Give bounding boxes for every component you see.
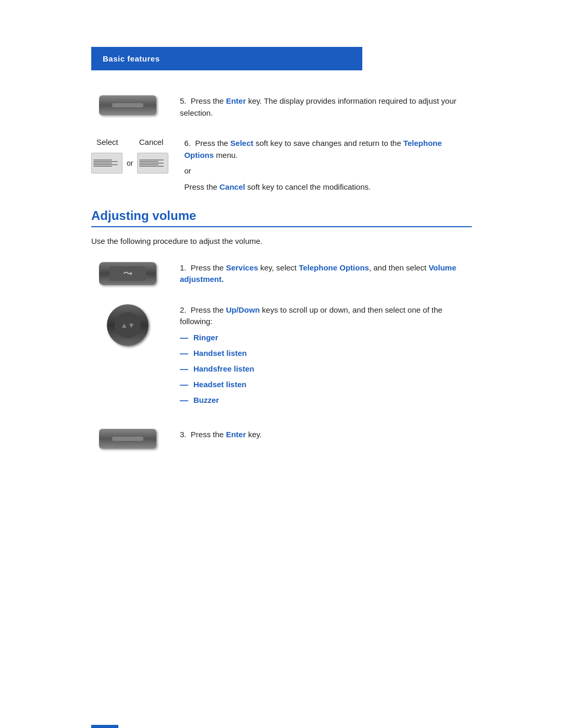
banner-title: Basic features — [103, 54, 160, 63]
sc-images-row: or — [91, 153, 168, 174]
dash-icon-2: — — [180, 348, 188, 360]
main-content: 5. Press the Enter key. The display prov… — [91, 70, 472, 449]
or-divider: or — [184, 165, 472, 177]
volume-step-1-row: ⤳ 1. Press the Services key, select Tele… — [91, 260, 472, 286]
step-2-intro: 2. Press the Up/Down keys to scroll up o… — [180, 304, 472, 328]
buzzer-option: Buzzer — [193, 396, 219, 404]
nav-arrow-icon: ▲▼ — [120, 321, 135, 329]
nav-key-image: ▲▼ — [107, 304, 149, 346]
page-container: Basic features 5. Press the Enter key. T… — [0, 47, 563, 728]
volume-step-2-image: ▲▼ — [91, 302, 164, 346]
telephone-options-keyword-1: Telephone Options — [184, 139, 442, 159]
sc-labels: Select Cancel — [91, 138, 163, 146]
services-arrow-icon: ⤳ — [123, 267, 132, 280]
services-key-inner: ⤳ — [109, 266, 146, 281]
handsfree-listen-option: Handsfree listen — [193, 364, 254, 373]
select-keyword: Select — [230, 139, 253, 147]
sc-or-label: or — [127, 159, 133, 167]
step-6-main: 6. Press the Select soft key to save cha… — [184, 138, 472, 161]
enter-key-image — [99, 95, 156, 115]
telephone-options-keyword-2: Telephone Options — [299, 263, 369, 272]
enter-keyword: Enter — [226, 96, 246, 105]
select-screen-image — [91, 153, 123, 174]
step-5-row: 5. Press the Enter key. The display prov… — [91, 93, 472, 119]
cancel-keyword: Cancel — [219, 182, 245, 191]
volume-step-1-image: ⤳ — [91, 260, 164, 285]
handset-listen-option: Handset listen — [193, 349, 247, 357]
services-key-image: ⤳ — [99, 262, 156, 285]
cancel-screen-image — [137, 153, 168, 174]
volume-step-3-row: 3. Press the Enter key. — [91, 427, 472, 449]
step-6-image-area: Select Cancel or — [91, 135, 168, 174]
dash-icon-5: — — [180, 394, 188, 407]
list-item: — Handsfree listen — [180, 363, 472, 376]
cancel-label: Cancel — [139, 138, 164, 146]
section-heading: Adjusting volume — [91, 208, 472, 227]
updown-keyword: Up/Down — [226, 305, 260, 314]
select-label: Select — [96, 138, 118, 146]
list-item: — Headset listen — [180, 379, 472, 391]
list-item: — Ringer — [180, 332, 472, 344]
enter-keyword-2: Enter — [226, 430, 246, 439]
services-keyword: Services — [226, 263, 258, 272]
list-item: — Handset listen — [180, 348, 472, 360]
page-number: 44 — [91, 725, 118, 728]
step-5-image — [91, 93, 164, 115]
cancel-text: Press the Cancel soft key to cancel the … — [184, 181, 472, 193]
ringer-option: Ringer — [193, 333, 218, 342]
nav-key-inner: ▲▼ — [115, 312, 141, 338]
dash-icon-1: — — [180, 332, 188, 344]
volume-step-2-text: 2. Press the Up/Down keys to scroll up o… — [180, 302, 472, 410]
volume-step-3-image — [91, 427, 164, 449]
step-6-row: Select Cancel or — [91, 135, 472, 193]
header-banner: Basic features — [91, 47, 362, 70]
volume-options-list: — Ringer — Handset listen — Handsfree li… — [180, 332, 472, 407]
headset-listen-option: Headset listen — [193, 380, 247, 389]
step-5-num: 5. Press the Enter key. The display prov… — [180, 96, 457, 117]
volume-step-3-text: 3. Press the Enter key. — [180, 427, 472, 441]
list-item: — Buzzer — [180, 394, 472, 407]
step-5-text: 5. Press the Enter key. The display prov… — [180, 93, 472, 119]
section-intro: Use the following procedure to adjust th… — [91, 236, 472, 248]
volume-step-2-row: ▲▼ 2. Press the Up/Down keys to scroll u… — [91, 302, 472, 410]
dash-icon-4: — — [180, 379, 188, 391]
enter-key-image-2 — [99, 429, 156, 449]
step-6-text: 6. Press the Select soft key to save cha… — [184, 135, 472, 193]
volume-step-1-text: 1. Press the Services key, select Teleph… — [180, 260, 472, 286]
dash-icon-3: — — [180, 363, 188, 376]
page-footer: 44 — [91, 725, 118, 728]
